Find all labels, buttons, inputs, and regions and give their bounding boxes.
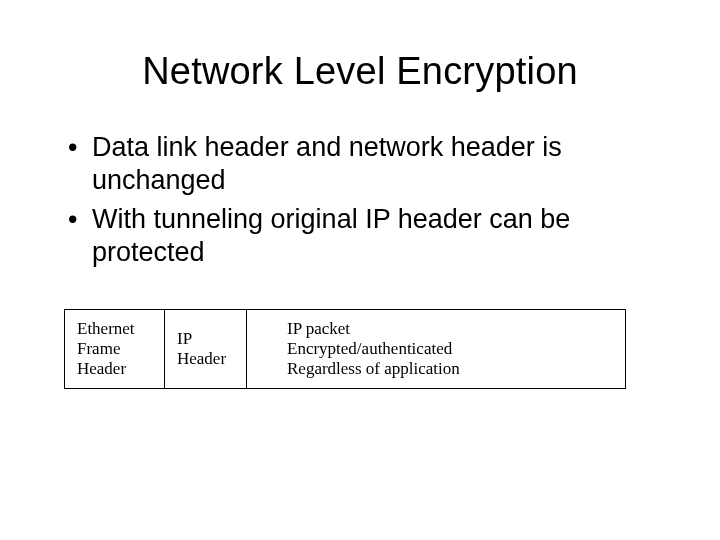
packet-diagram: Ethernet Frame Header IP Header IP packe… — [64, 309, 626, 389]
diagram-cell-ethernet: Ethernet Frame Header — [65, 310, 165, 388]
bullet-item: With tunneling original IP header can be… — [68, 203, 660, 269]
diagram-cell-payload: IP packet Encrypted/authenticated Regard… — [247, 310, 625, 388]
diagram-text: Ethernet — [77, 319, 154, 339]
bullet-item: Data link header and network header is u… — [68, 131, 660, 197]
diagram-text: Frame — [77, 339, 154, 359]
diagram-text: Header — [177, 349, 236, 369]
diagram-text: IP — [177, 329, 236, 349]
diagram-text: Regardless of application — [287, 359, 615, 379]
diagram-cell-ip-header: IP Header — [165, 310, 247, 388]
diagram-text: IP packet — [287, 319, 615, 339]
slide: Network Level Encryption Data link heade… — [0, 0, 720, 540]
bullet-list: Data link header and network header is u… — [60, 131, 660, 269]
page-title: Network Level Encryption — [60, 50, 660, 93]
diagram-text: Header — [77, 359, 154, 379]
diagram-text: Encrypted/authenticated — [287, 339, 615, 359]
